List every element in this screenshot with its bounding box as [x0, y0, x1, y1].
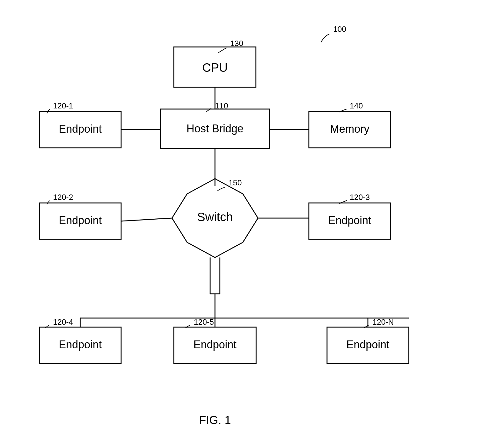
endpoint-120-5-label: Endpoint — [193, 338, 236, 351]
endpoint-120-3-label: Endpoint — [328, 214, 371, 227]
ref-120-N: 120-N — [372, 317, 394, 327]
endpoint-120-1-label: Endpoint — [59, 123, 102, 135]
ref-140: 140 — [350, 101, 363, 110]
ref-150: 150 — [229, 178, 242, 187]
line-ep2-switch — [121, 218, 172, 221]
memory-label: Memory — [330, 123, 369, 135]
ref-120-5: 120-5 — [194, 317, 214, 327]
host-bridge-label: Host Bridge — [187, 122, 243, 135]
ref-110: 110 — [215, 101, 228, 110]
diagram-container: 100 CPU 130 Host Bridge 110 Endpoint 120… — [0, 0, 489, 448]
ref-130: 130 — [230, 39, 243, 48]
endpoint-120-4-label: Endpoint — [59, 338, 102, 351]
ref-120-1: 120-1 — [53, 101, 73, 110]
ref-100: 100 — [333, 25, 346, 34]
endpoint-120-2-label: Endpoint — [59, 214, 102, 227]
figure-caption: FIG. 1 — [199, 414, 231, 426]
ref-120-3: 120-3 — [350, 193, 370, 202]
endpoint-120-N-label: Endpoint — [346, 338, 389, 351]
ref-120-4: 120-4 — [53, 317, 73, 327]
ref-120-2: 120-2 — [53, 193, 73, 202]
cpu-label: CPU — [202, 61, 228, 74]
switch-label: Switch — [197, 210, 233, 224]
